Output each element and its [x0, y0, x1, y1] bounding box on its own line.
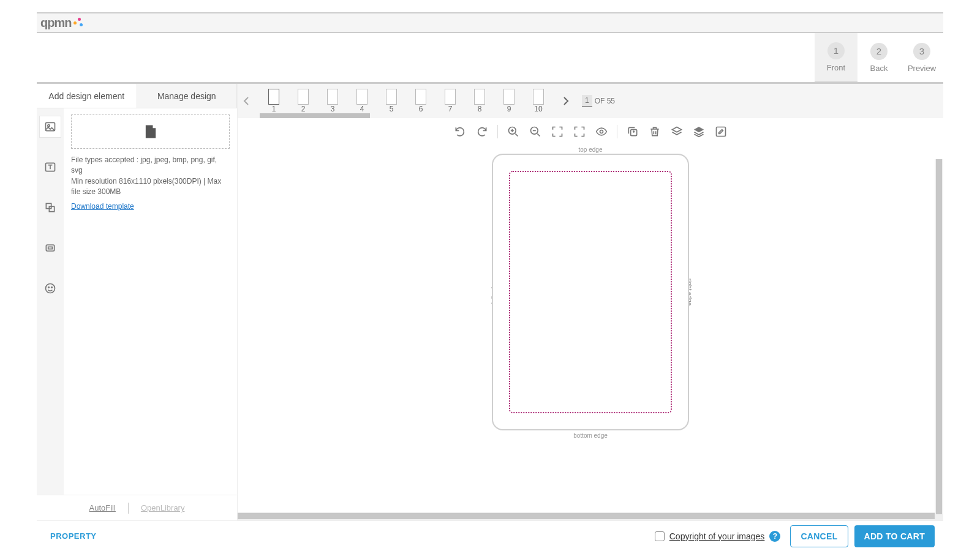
page-thumb[interactable]: 10 [533, 89, 544, 113]
footer-bar: PROPERTY Copyright of your images ? CANC… [37, 520, 943, 551]
upload-icon [142, 123, 159, 140]
canvas-vscrollbar[interactable] [935, 159, 943, 514]
side-panel: Add design element Manage design [37, 84, 238, 520]
edit-icon[interactable] [714, 125, 728, 138]
add-to-cart-button[interactable]: ADD TO CART [854, 525, 935, 547]
help-icon[interactable]: ? [769, 531, 780, 542]
page-thumb[interactable]: 2 [298, 89, 309, 113]
edge-label-top: top edge [579, 146, 603, 153]
step-back[interactable]: 2 Back [858, 33, 900, 82]
brand-logo: qpmn [40, 16, 83, 30]
svg-rect-6 [48, 247, 53, 249]
thumbs-prev[interactable] [240, 95, 252, 107]
rectangle-tool-icon[interactable] [39, 237, 61, 259]
duplicate-icon[interactable] [626, 125, 639, 138]
layer-back-icon[interactable] [670, 125, 684, 138]
page-thumb[interactable]: 7 [445, 89, 456, 113]
upload-resolution: Min resolution 816x1110 pixels(300DPI) |… [71, 176, 230, 198]
page-thumb[interactable]: 3 [327, 89, 338, 113]
redo-icon[interactable] [475, 125, 489, 138]
page-thumb[interactable]: 4 [356, 89, 368, 113]
openlibrary-button[interactable]: OpenLibrary [141, 503, 185, 512]
canvas-hscrollbar[interactable] [238, 512, 943, 520]
page-thumbnail-strip: 12345678910 1 OF 55 [238, 84, 943, 118]
tab-add-design[interactable]: Add design element [37, 84, 137, 108]
svg-point-8 [48, 287, 50, 288]
wizard-steps: 1 Front 2 Back 3 Preview [37, 33, 943, 82]
tab-manage-design[interactable]: Manage design [137, 84, 238, 108]
fit-screen-icon[interactable] [551, 125, 564, 138]
svg-point-9 [51, 287, 53, 288]
upload-file-types: File types accepted : jpg, jpeg, bmp, pn… [71, 155, 230, 176]
canvas[interactable]: top edge bottom edge left edge right edg… [238, 145, 943, 512]
layer-front-icon[interactable] [692, 125, 706, 138]
svg-rect-13 [631, 130, 637, 136]
text-tool-icon[interactable] [39, 156, 61, 178]
image-tool-icon[interactable] [39, 116, 61, 138]
thumbs-next[interactable] [560, 95, 572, 107]
page-thumb[interactable]: 8 [474, 89, 485, 113]
thumbs-scrollbar[interactable] [260, 113, 370, 118]
download-template-link[interactable]: Download template [71, 201, 134, 212]
upload-dropzone[interactable] [71, 114, 230, 149]
emoji-tool-icon[interactable] [39, 277, 61, 299]
undo-icon[interactable] [453, 125, 467, 138]
page-thumb[interactable]: 1 [268, 89, 279, 113]
step-preview[interactable]: 3 Preview [900, 33, 943, 82]
delete-icon[interactable] [648, 125, 662, 138]
svg-rect-14 [717, 127, 726, 137]
property-label[interactable]: PROPERTY [50, 531, 97, 541]
svg-rect-5 [46, 245, 54, 251]
svg-point-1 [48, 125, 50, 127]
page-indicator: 1 OF 55 [582, 95, 615, 107]
page-thumb[interactable]: 5 [386, 89, 397, 113]
page-thumb[interactable]: 6 [415, 89, 426, 113]
tool-column [37, 108, 64, 495]
cancel-button[interactable]: CANCEL [790, 525, 848, 547]
page-thumb[interactable]: 9 [503, 89, 514, 113]
step-front[interactable]: 1 Front [815, 33, 858, 83]
copyright-link[interactable]: Copyright of your images [669, 531, 765, 541]
preview-eye-icon[interactable] [595, 125, 608, 138]
copyright-checkbox[interactable] [655, 531, 665, 541]
safe-zone [509, 171, 672, 413]
edge-label-bottom: bottom edge [573, 432, 608, 439]
card-outline [492, 154, 689, 430]
autofill-button[interactable]: AutoFill [89, 503, 116, 512]
zoom-in-icon[interactable] [507, 125, 520, 138]
shape-tool-icon[interactable] [39, 197, 61, 219]
canvas-toolbar [238, 118, 943, 145]
zoom-out-icon[interactable] [529, 125, 542, 138]
svg-point-12 [600, 130, 603, 133]
svg-point-7 [46, 284, 55, 293]
fullscreen-icon[interactable] [573, 125, 586, 138]
header-bar: qpmn [37, 12, 943, 33]
